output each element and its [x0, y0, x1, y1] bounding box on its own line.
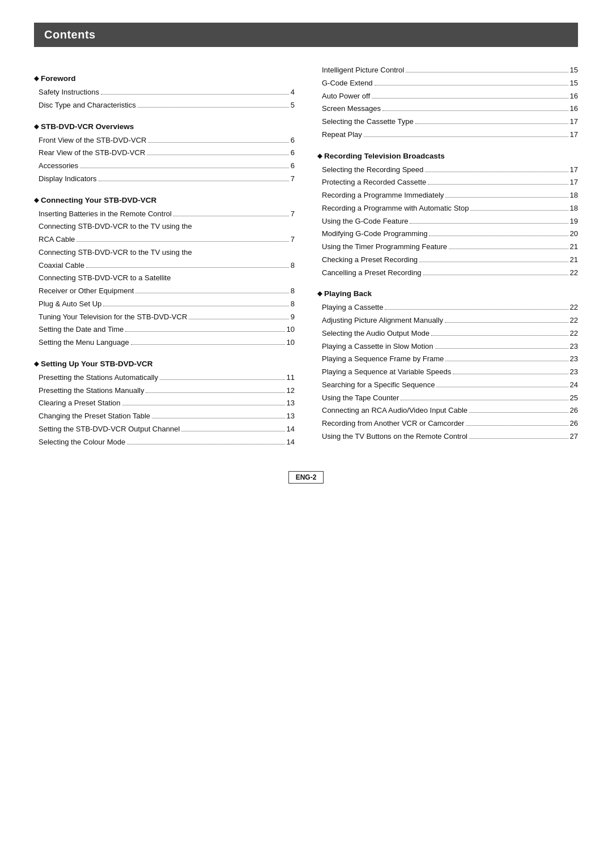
- toc-page: 15: [570, 77, 578, 90]
- toc-entry: Coaxial Cable8: [34, 259, 295, 272]
- toc-dots: [76, 241, 288, 242]
- toc-dots: [364, 136, 568, 137]
- toc-title: Cancelling a Preset Recording: [322, 267, 422, 280]
- toc-title: Using the TV Buttons on the Remote Contr…: [322, 430, 468, 443]
- toc-dots: [449, 249, 568, 249]
- toc-dots: [122, 405, 285, 405]
- toc-page: 22: [570, 327, 578, 340]
- toc-dots: [80, 168, 289, 168]
- toc-title: Front View of the STB-DVD-VCR: [39, 134, 146, 147]
- right-column: Intelligent Picture Control15G-Code Exte…: [317, 64, 578, 448]
- toc-page: 7: [291, 173, 295, 186]
- contents-columns: ForewordSafety Instructions4Disc Type an…: [34, 64, 578, 448]
- toc-page: 17: [570, 176, 578, 189]
- toc-page: 11: [287, 371, 295, 384]
- toc-dots: [375, 85, 568, 85]
- toc-title: Selecting the Cassette Type: [322, 116, 414, 129]
- toc-title: Auto Power off: [322, 90, 370, 103]
- toc-dots: [148, 142, 288, 143]
- toc-title: Plug & Auto Set Up: [39, 298, 101, 311]
- toc-title: Using the G-Code Feature: [322, 215, 408, 228]
- toc-page: 4: [291, 86, 295, 99]
- toc-entry: Selecting the Recording Speed17: [317, 164, 578, 177]
- toc-entry: Using the Timer Programming Feature21: [317, 241, 578, 254]
- toc-title: Recording a Programme with Automatic Sto…: [322, 202, 469, 215]
- section-header-foreword: Foreword: [34, 74, 295, 83]
- toc-dots: [152, 418, 284, 418]
- toc-page: 9: [291, 311, 295, 324]
- toc-entry: Connecting an RCA Audio/Video Input Cabl…: [317, 404, 578, 417]
- toc-entry: Tuning Your Television for the STB-DVD-V…: [34, 311, 295, 324]
- section-header-stb-dvd-vcr-overviews: STB-DVD-VCR Overviews: [34, 122, 295, 131]
- toc-page: 20: [570, 228, 578, 241]
- toc-title: Connecting STB-DVD-VCR to the TV using t…: [39, 246, 192, 259]
- toc-title: Playing a Sequence Frame by Frame: [322, 353, 444, 366]
- toc-page: 22: [570, 267, 578, 280]
- toc-page: 8: [291, 298, 295, 311]
- toc-page: 16: [570, 102, 578, 116]
- toc-title: Searching for a Specific Sequence: [322, 379, 435, 392]
- toc-dots: [173, 216, 289, 216]
- toc-entry-nodots: Connecting STB-DVD-VCR to the TV using t…: [34, 220, 295, 233]
- toc-page: 24: [570, 379, 578, 392]
- toc-page: 26: [570, 404, 578, 417]
- page-title: Contents: [34, 23, 578, 47]
- toc-entry: Selecting the Cassette Type17: [317, 116, 578, 129]
- toc-title: Connecting STB-DVD-VCR to a Satellite: [39, 272, 171, 285]
- toc-dots: [125, 331, 284, 332]
- toc-title: Protecting a Recorded Cassette: [322, 176, 426, 189]
- toc-page: 27: [570, 430, 578, 443]
- toc-dots: [410, 223, 568, 224]
- toc-entry: Rear View of the STB-DVD-VCR6: [34, 147, 295, 160]
- toc-entry: Using the TV Buttons on the Remote Contr…: [317, 430, 578, 443]
- toc-dots: [445, 197, 568, 198]
- toc-page: 18: [570, 202, 578, 215]
- toc-entry: Screen Messages16: [317, 102, 578, 116]
- toc-title: Using the Tape Counter: [322, 392, 399, 405]
- toc-dots: [431, 335, 568, 336]
- toc-dots: [160, 379, 285, 380]
- toc-title: Presetting the Stations Manually: [39, 384, 144, 397]
- toc-title: Repeat Play: [322, 129, 362, 142]
- toc-dots: [445, 361, 568, 361]
- toc-entry: Selecting the Colour Mode14: [34, 436, 295, 449]
- toc-title: Playing a Cassette in Slow Motion: [322, 340, 434, 353]
- footer-label: ENG-2: [288, 471, 324, 484]
- toc-dots: [445, 322, 568, 323]
- toc-dots: [146, 392, 284, 393]
- toc-entry: Playing a Sequence at Variable Speeds23: [317, 366, 578, 379]
- toc-page: 10: [287, 323, 295, 336]
- toc-title: Adjusting Picture Alignment Manually: [322, 314, 443, 327]
- toc-title: Disc Type and Characteristics: [39, 99, 136, 112]
- toc-entry: Auto Power off16: [317, 90, 578, 103]
- toc-page: 13: [287, 410, 295, 423]
- toc-dots: [135, 293, 288, 293]
- toc-dots: [382, 110, 568, 111]
- toc-entry: Accessories6: [34, 160, 295, 173]
- toc-page: 8: [291, 285, 295, 298]
- toc-entry: Recording from Another VCR or Camcorder2…: [317, 417, 578, 430]
- footer: ENG-2: [34, 448, 578, 484]
- toc-title: Selecting the Recording Speed: [322, 164, 423, 177]
- toc-dots: [453, 374, 568, 374]
- toc-page: 6: [291, 134, 295, 147]
- toc-entry: RCA Cable7: [34, 233, 295, 246]
- toc-dots: [469, 412, 568, 413]
- toc-dots: [127, 444, 284, 444]
- toc-entry: Presetting the Stations Automatically11: [34, 371, 295, 384]
- toc-title: Modifying G-Code Programming: [322, 228, 427, 241]
- toc-entry: Safety Instructions4: [34, 86, 295, 99]
- toc-title: RCA Cable: [39, 233, 75, 246]
- toc-page: 21: [570, 254, 578, 267]
- toc-page: 22: [570, 301, 578, 314]
- toc-entry: Searching for a Specific Sequence24: [317, 379, 578, 392]
- toc-dots: [189, 319, 288, 319]
- toc-dots: [466, 425, 568, 426]
- toc-page: 15: [570, 64, 578, 77]
- toc-title: Display Indicators: [39, 173, 97, 186]
- toc-entry: Playing a Sequence Frame by Frame23: [317, 353, 578, 366]
- toc-entry: Protecting a Recorded Cassette17: [317, 176, 578, 189]
- toc-dots: [372, 98, 568, 99]
- toc-entry: Playing a Cassette22: [317, 301, 578, 314]
- toc-title: Connecting STB-DVD-VCR to the TV using t…: [39, 220, 192, 233]
